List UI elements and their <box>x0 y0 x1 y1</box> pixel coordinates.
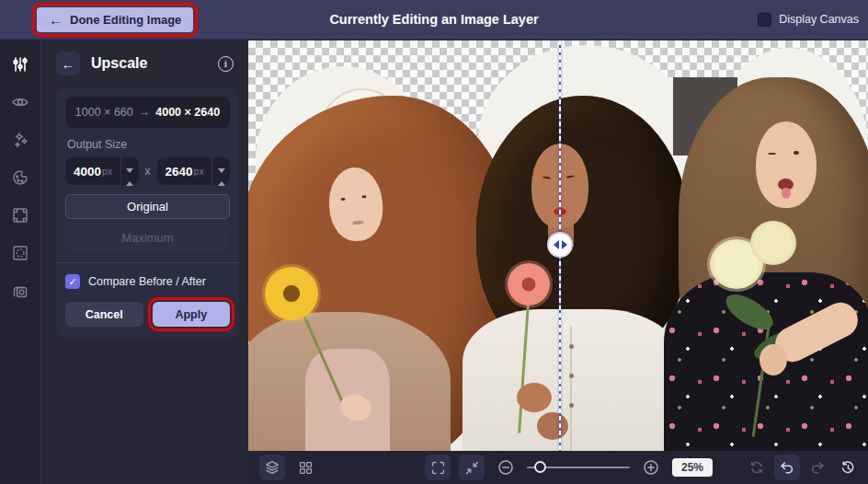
compare-checkbox[interactable]: ✓ <box>65 274 80 289</box>
blouse-button <box>569 344 574 349</box>
panel-back-button[interactable]: ← <box>56 52 80 75</box>
eye <box>794 151 799 155</box>
grid-view-icon[interactable] <box>292 455 318 480</box>
width-unit: px <box>102 166 120 177</box>
arrow-left-icon <box>554 240 559 249</box>
pink-gerbera-flower <box>508 263 550 305</box>
eye <box>340 198 345 201</box>
fit-screen-icon[interactable] <box>425 455 451 480</box>
compare-row: ✓ Compare Before / After <box>65 274 230 289</box>
display-canvas-toggle[interactable]: Display Canvas <box>758 13 859 27</box>
upscale-panel: ← Upscale i 1000 × 660 → 4000 × 2640 Out… <box>41 40 248 484</box>
maximum-button[interactable]: Maximum <box>65 225 230 250</box>
height-stepper <box>211 157 230 185</box>
magic-effects-icon[interactable] <box>9 129 31 151</box>
height-input[interactable]: 2640 px <box>157 157 231 185</box>
output-size-row: 4000 px x 2640 px <box>65 157 230 185</box>
eye <box>361 195 366 198</box>
woman-middle-hand <box>537 412 568 440</box>
width-stepper-down[interactable] <box>126 173 133 178</box>
canvas-toolbar: 25% <box>248 451 868 484</box>
cancel-button[interactable]: Cancel <box>65 302 143 327</box>
zoom-out-icon[interactable] <box>493 455 519 480</box>
duplicate-layers-icon[interactable] <box>9 280 31 302</box>
width-input[interactable]: 4000 px <box>65 157 139 185</box>
tool-sidebar <box>0 40 41 484</box>
upscale-card: 1000 × 660 → 4000 × 2640 Output Size 400… <box>56 87 239 338</box>
width-stepper <box>120 157 139 185</box>
toolbar-history-group <box>744 455 861 480</box>
done-editing-label: Done Editing Image <box>70 13 181 27</box>
compare-divider-handle[interactable] <box>547 232 573 258</box>
adjust-sliders-icon[interactable] <box>9 53 31 75</box>
info-icon[interactable]: i <box>218 56 234 72</box>
page-title: Currently Editing an Image Layer <box>329 12 538 27</box>
panel-title: Upscale <box>91 55 218 72</box>
action-row: Cancel Apply <box>65 302 230 328</box>
output-size-label: Output Size <box>67 138 228 151</box>
tongue-out <box>782 188 791 199</box>
arrow-right-icon <box>562 240 567 249</box>
display-canvas-label: Display Canvas <box>779 13 859 26</box>
refresh-icon[interactable] <box>744 455 770 480</box>
redo-icon[interactable] <box>805 455 830 480</box>
undo-icon[interactable] <box>774 455 800 480</box>
compare-label: Compare Before / After <box>88 275 206 288</box>
sunflower <box>265 267 318 320</box>
check-icon: ✓ <box>68 276 76 288</box>
toolbar-left-group <box>259 455 318 480</box>
original-button[interactable]: Original <box>65 194 230 219</box>
dimension-summary: 1000 × 660 → 4000 × 2640 <box>65 97 230 128</box>
arrow-right-icon: → <box>139 106 151 119</box>
woman-right-hand <box>760 344 787 375</box>
color-palette-icon[interactable] <box>9 167 31 189</box>
closed-eye <box>542 176 551 179</box>
dimension-before: 1000 × 660 <box>75 106 133 119</box>
display-canvas-checkbox[interactable] <box>758 13 771 27</box>
height-stepper-down[interactable] <box>218 173 225 178</box>
zoom-slider-knob[interactable] <box>534 461 546 473</box>
height-value: 2640 <box>166 165 193 179</box>
canvas-image[interactable] <box>248 40 868 451</box>
zoom-in-icon[interactable] <box>638 455 664 480</box>
mouth <box>352 220 363 225</box>
done-editing-button[interactable]: ← Done Editing Image <box>37 7 193 32</box>
woman-middle-white-blouse <box>463 309 681 451</box>
zoom-level-display[interactable]: 25% <box>672 458 713 477</box>
apply-button[interactable]: Apply <box>153 302 231 327</box>
woman-right-face <box>756 121 817 208</box>
mask-icon[interactable] <box>9 242 31 264</box>
width-value: 4000 <box>74 165 101 179</box>
closed-eye <box>566 175 575 178</box>
top-bar: ← Done Editing Image Currently Editing a… <box>0 0 868 40</box>
woman-middle-hand <box>517 383 552 412</box>
yellow-chrysanthemum <box>750 221 796 265</box>
blouse-button <box>569 374 574 378</box>
winking-eye <box>768 153 776 155</box>
canvas-column: 25% <box>248 40 868 484</box>
dimension-after: 4000 × 2640 <box>155 106 220 119</box>
height-unit: px <box>194 166 211 177</box>
back-arrow-icon: ← <box>49 13 63 27</box>
panel-header: ← Upscale i <box>56 52 239 75</box>
size-separator: x <box>145 165 151 178</box>
collapse-view-icon[interactable] <box>459 455 485 480</box>
main-area: ← Upscale i 1000 × 660 → 4000 × 2640 Out… <box>0 40 868 484</box>
toolbar-zoom-group: 25% <box>425 455 713 480</box>
layers-icon[interactable] <box>259 455 285 480</box>
eye-icon[interactable] <box>9 91 31 113</box>
blouse-button <box>569 403 574 408</box>
zoom-slider[interactable] <box>527 461 630 474</box>
divider <box>56 262 239 263</box>
back-arrow-icon: ← <box>62 56 75 72</box>
frame-icon[interactable] <box>9 204 31 226</box>
history-icon[interactable] <box>835 455 861 480</box>
